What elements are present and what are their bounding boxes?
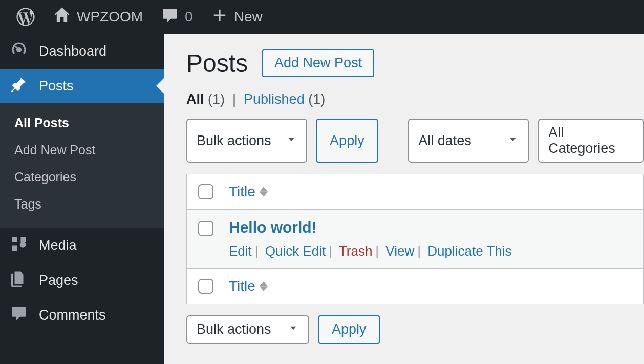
action-duplicate[interactable]: Duplicate This — [427, 243, 511, 259]
filter-all[interactable]: All — [186, 92, 204, 107]
menu-label: Media — [39, 238, 77, 254]
admin-toolbar: WPZOOM 0 New — [0, 0, 644, 34]
column-footer-title[interactable]: Title — [229, 278, 268, 294]
filter-all-count: (1) — [208, 92, 225, 107]
new-label: New — [234, 9, 263, 25]
chevron-down-icon — [507, 133, 519, 149]
bulk-actions-label: Bulk actions — [197, 322, 271, 337]
filter-published-count: (1) — [308, 92, 325, 107]
chevron-down-icon — [288, 322, 299, 337]
select-all-checkbox-bottom[interactable] — [198, 279, 213, 294]
home-icon — [53, 7, 71, 28]
admin-menu: Dashboard Posts All Posts Add New Post C… — [0, 34, 164, 364]
select-all-checkbox[interactable] — [198, 184, 213, 199]
pages-icon — [10, 270, 28, 291]
category-filter-select[interactable]: All Categories — [538, 119, 644, 163]
menu-item-dashboard[interactable]: Dashboard — [0, 34, 164, 69]
bulk-actions-select-bottom[interactable]: Bulk actions — [186, 315, 309, 344]
filter-published[interactable]: Published — [244, 92, 305, 107]
main-content: Posts Add New Post All (1) | Published (… — [164, 34, 644, 364]
page-title: Posts — [186, 49, 248, 77]
status-filter-links: All (1) | Published (1) — [186, 92, 644, 107]
wp-logo[interactable] — [7, 8, 44, 26]
comments-icon — [10, 305, 28, 326]
menu-item-pages[interactable]: Pages — [0, 263, 164, 298]
date-filter-label: All dates — [418, 133, 471, 149]
submenu-item-all-posts[interactable]: All Posts — [0, 109, 164, 136]
menu-item-media[interactable]: Media — [0, 228, 164, 263]
bulk-actions-select[interactable]: Bulk actions — [186, 119, 307, 163]
menu-label: Dashboard — [39, 43, 106, 59]
table-row: Hello world! Edit| Quick Edit| Trash| Vi… — [187, 210, 643, 268]
site-home-link[interactable]: WPZOOM — [44, 7, 152, 28]
date-filter-select[interactable]: All dates — [408, 119, 529, 163]
posts-table: Title Hello world! Edit| Quick Edit| Tra… — [186, 174, 644, 304]
apply-bulk-button-bottom[interactable]: Apply — [318, 315, 380, 344]
submenu-item-categories[interactable]: Categories — [0, 164, 164, 191]
menu-item-posts[interactable]: Posts — [0, 69, 164, 103]
sort-icon — [260, 187, 268, 197]
media-icon — [10, 235, 28, 256]
submenu-item-add-post[interactable]: Add New Post — [0, 136, 164, 164]
action-trash[interactable]: Trash — [339, 243, 373, 259]
plus-icon — [211, 7, 228, 27]
submenu-posts: All Posts Add New Post Categories Tags — [0, 103, 164, 228]
sort-icon — [260, 281, 268, 291]
menu-label: Comments — [39, 307, 106, 323]
bulk-actions-label: Bulk actions — [197, 133, 271, 149]
row-actions: Edit| Quick Edit| Trash| View| Duplicate… — [229, 243, 512, 259]
dashboard-icon — [10, 41, 28, 62]
new-content-link[interactable]: New — [202, 7, 272, 27]
menu-label: Pages — [39, 272, 78, 288]
comments-count: 0 — [185, 9, 193, 25]
chevron-down-icon — [286, 133, 297, 149]
action-view[interactable]: View — [385, 243, 414, 259]
submenu-item-tags[interactable]: Tags — [0, 191, 164, 218]
category-filter-label: All Categories — [548, 125, 634, 156]
table-header-row: Title — [187, 174, 643, 210]
action-edit[interactable]: Edit — [229, 243, 252, 259]
site-name: WPZOOM — [77, 9, 143, 25]
comments-link[interactable]: 0 — [152, 7, 202, 28]
comment-icon — [161, 7, 179, 28]
action-quick-edit[interactable]: Quick Edit — [265, 243, 326, 259]
row-checkbox[interactable] — [198, 221, 213, 236]
pin-icon — [10, 76, 28, 97]
menu-label: Posts — [39, 78, 74, 94]
column-header-title[interactable]: Title — [229, 184, 268, 200]
add-new-post-button[interactable]: Add New Post — [262, 49, 374, 77]
post-title-link[interactable]: Hello world! — [229, 219, 512, 236]
table-footer-row: Title — [187, 268, 643, 304]
apply-bulk-button[interactable]: Apply — [316, 119, 378, 163]
menu-item-comments[interactable]: Comments — [0, 298, 164, 332]
